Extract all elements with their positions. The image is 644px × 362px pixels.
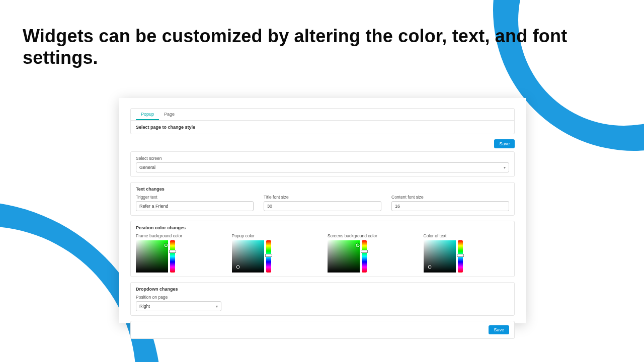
- select-screen-label: Select screen: [136, 156, 509, 161]
- position-on-page-label: Position on page: [136, 295, 509, 300]
- position-color-heading: Position color changes: [136, 225, 509, 233]
- text-changes-heading: Text changes: [136, 187, 509, 195]
- screens-bg-picker[interactable]: [328, 240, 414, 273]
- select-screen-card: Select screen General ▾: [130, 151, 515, 177]
- title-font-size-input[interactable]: [264, 201, 381, 211]
- select-screen-value: General: [139, 165, 155, 170]
- frame-bg-picker[interactable]: [136, 240, 222, 273]
- bottom-bar-card: Save: [130, 321, 515, 339]
- frame-bg-label: Frame background color: [136, 233, 222, 238]
- hue-slider[interactable]: [362, 240, 367, 273]
- text-color-picker[interactable]: [424, 240, 510, 273]
- dropdown-changes-card: Dropdown changes Position on page Right …: [130, 282, 515, 316]
- color-changes-card: Position color changes Frame background …: [130, 221, 515, 277]
- dropdown-changes-heading: Dropdown changes: [136, 287, 509, 295]
- trigger-text-label: Trigger text: [136, 195, 254, 200]
- tabs-card: Popup Page Select page to change style: [130, 108, 515, 134]
- text-changes-card: Text changes Trigger text Title font siz…: [130, 182, 515, 216]
- tab-page[interactable]: Page: [159, 109, 180, 120]
- save-button-top[interactable]: Save: [494, 139, 515, 148]
- position-value: Right: [139, 304, 150, 309]
- hue-slider[interactable]: [170, 240, 175, 273]
- select-screen-dropdown[interactable]: General ▾: [136, 162, 509, 172]
- title-font-size-label: Title font size: [264, 195, 381, 200]
- color-of-text-label: Color of text: [424, 233, 510, 238]
- position-on-page-dropdown[interactable]: Right ▾: [136, 301, 221, 311]
- chevron-down-icon: ▾: [216, 304, 218, 309]
- content-font-size-input[interactable]: [391, 201, 509, 211]
- content-font-size-label: Content font size: [391, 195, 509, 200]
- hue-slider[interactable]: [266, 240, 271, 273]
- chevron-down-icon: ▾: [504, 165, 506, 170]
- popup-color-label: Popup color: [232, 233, 318, 238]
- tabs: Popup Page: [131, 109, 514, 121]
- hue-slider[interactable]: [458, 240, 463, 273]
- page-headline: Widgets can be customized by altering th…: [23, 25, 614, 68]
- tab-popup[interactable]: Popup: [136, 109, 159, 120]
- popup-color-picker[interactable]: [232, 240, 318, 273]
- trigger-text-input[interactable]: [136, 201, 254, 211]
- select-page-label: Select page to change style: [131, 121, 514, 134]
- screens-bg-label: Screens background color: [328, 233, 414, 238]
- settings-window: Popup Page Select page to change style S…: [119, 98, 526, 323]
- save-button-bottom[interactable]: Save: [489, 325, 509, 334]
